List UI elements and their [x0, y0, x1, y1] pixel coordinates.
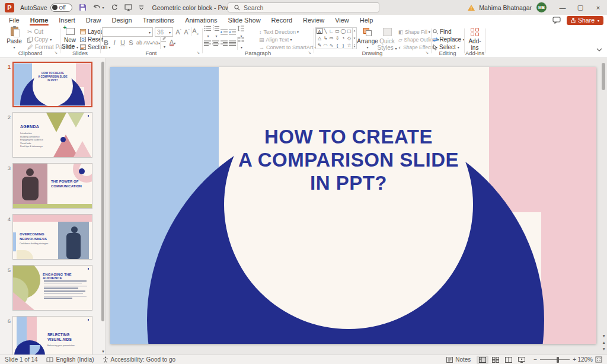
fit-to-window-icon[interactable] — [595, 356, 602, 363]
character-spacing-icon[interactable]: AV▾ — [143, 40, 152, 46]
slide-show-button[interactable] — [516, 356, 528, 364]
collapse-ribbon-icon[interactable] — [596, 48, 602, 52]
undo-dropdown-icon[interactable]: ▾ — [103, 5, 104, 9]
gallery-more-icon[interactable]: ▾ — [354, 44, 356, 48]
present-from-beginning-icon[interactable] — [124, 4, 132, 11]
pie-shape-icon[interactable]: ◔ — [340, 35, 346, 42]
copy-button[interactable]: Copy▾ — [27, 36, 52, 43]
underline-button[interactable]: U — [119, 39, 127, 46]
italic-button[interactable]: I — [110, 39, 119, 46]
tab-file[interactable]: File — [4, 15, 25, 25]
tab-slide-show[interactable]: Slide Show — [223, 15, 266, 25]
grow-font-icon[interactable]: Aˆ — [174, 28, 183, 36]
columns-icon[interactable]: ▾ — [237, 37, 245, 50]
right-arrow-icon[interactable]: ⇨ — [328, 35, 334, 42]
star-shape-icon[interactable]: ☆ — [346, 42, 352, 49]
slide-title-text[interactable]: HOW TO CREATE A COMPARISON SLIDE IN PPT? — [200, 125, 497, 194]
tab-insert[interactable]: Insert — [53, 15, 81, 25]
bold-button[interactable]: B — [102, 39, 110, 46]
increase-indent-icon[interactable] — [229, 29, 237, 35]
normal-view-button[interactable] — [477, 356, 488, 364]
rounded-rectangle-icon[interactable]: ▢ — [346, 28, 352, 35]
slide-cream-circle-shape[interactable] — [224, 80, 473, 329]
slide-indicator[interactable]: Slide 1 of 14 — [5, 356, 38, 363]
text-box-shape-icon[interactable]: A — [317, 28, 322, 34]
comments-icon[interactable] — [552, 17, 561, 24]
bullets-icon[interactable]: ▾ — [204, 25, 212, 39]
gallery-scroll-up-icon[interactable]: ▴ — [354, 28, 356, 32]
paste-button[interactable]: Paste ▾ — [4, 27, 25, 51]
arrow-elbow-icon[interactable]: ↳ — [322, 35, 328, 42]
redo-icon[interactable] — [111, 4, 118, 11]
oval-shape-icon[interactable]: ◯ — [340, 28, 346, 35]
reading-view-button[interactable] — [503, 356, 515, 364]
zoom-slider[interactable] — [540, 359, 570, 360]
curve-shape-icon[interactable]: ∿ — [328, 42, 334, 49]
align-right-icon[interactable] — [221, 40, 229, 46]
reset-button[interactable]: Reset — [80, 36, 103, 43]
paragraph-dialog-launcher-icon[interactable]: ↘ — [308, 50, 311, 55]
search-input[interactable]: Search — [228, 2, 379, 12]
tab-home[interactable]: Home — [25, 15, 54, 25]
align-center-icon[interactable] — [212, 40, 221, 46]
justify-icon[interactable] — [229, 40, 237, 46]
gallery-scroll-down-icon[interactable]: ▾ — [354, 36, 356, 40]
user-name[interactable]: Mahima Bhatnagar — [479, 4, 532, 11]
thumbnail-scroll-down-icon[interactable]: ▼ — [101, 350, 105, 353]
replace-button[interactable]: ⇄Replace▾ — [433, 36, 465, 43]
tab-transitions[interactable]: Transitions — [138, 15, 180, 25]
cut-button[interactable]: ✂Cut — [27, 28, 43, 36]
arrange-button[interactable]: Arrange ▾ — [358, 27, 377, 51]
triangle-shape-icon[interactable]: △ — [317, 35, 322, 42]
align-left-icon[interactable] — [204, 40, 212, 46]
thumbnail-slide-6[interactable]: SELECTING VISUAL AIDS Enhancing your pre… — [12, 316, 92, 355]
tab-help[interactable]: Help — [354, 15, 379, 25]
canvas-scrollbar[interactable] — [602, 63, 605, 90]
customize-qat-icon[interactable] — [139, 5, 144, 10]
strike-ab-icon[interactable]: ab — [135, 40, 143, 46]
diamond-shape-icon[interactable]: ◇ — [346, 35, 352, 42]
close-button[interactable]: × — [589, 0, 607, 15]
thumbnail-slide-4[interactable]: OVERCOMING NERVOUSNESS Confidence-buildi… — [12, 214, 92, 260]
tab-design[interactable]: Design — [106, 15, 137, 25]
avatar[interactable]: MB — [536, 2, 547, 12]
zoom-slider-thumb[interactable] — [557, 357, 559, 363]
arc-shape-icon[interactable]: ◠ — [322, 42, 328, 49]
new-slide-button[interactable]: New Slide ▾ — [60, 27, 79, 51]
next-slide-icon[interactable]: ▼ — [602, 346, 606, 352]
slide-editing-area[interactable]: HOW TO CREATE A COMPARISON SLIDE IN PPT? — [110, 67, 596, 344]
save-icon[interactable] — [79, 4, 87, 11]
language-selector[interactable]: English (India) — [46, 356, 94, 363]
rectangle-shape-icon[interactable]: ▭ — [334, 28, 340, 35]
thumbnail-slide-1[interactable]: HOW TO CREATE A COMPARISON SLIDE IN PPT? — [12, 62, 92, 107]
font-name-select[interactable]: ▾ — [102, 27, 153, 37]
thumbnail-slide-3[interactable]: THE POWER OF COMMUNICATION — [12, 163, 92, 209]
tab-review[interactable]: Review — [298, 15, 330, 25]
change-case-icon[interactable]: Aa▾ — [152, 40, 160, 46]
down-arrow-icon[interactable]: ⇩ — [334, 35, 340, 42]
elbow-connector-icon[interactable]: ∟ — [328, 28, 334, 35]
thumbnail-slide-5[interactable]: ENGAGING THE AUDIENCE — [12, 265, 92, 311]
scroll-down-icon[interactable]: ▼ — [602, 333, 606, 339]
minimize-button[interactable]: — — [554, 0, 571, 15]
shape-fill-button[interactable]: ◧Shape Fill▾ — [398, 28, 430, 36]
clear-formatting-icon[interactable]: Ax — [191, 27, 199, 36]
line-shape-icon[interactable]: ╲ — [322, 28, 328, 35]
font-dialog-launcher-icon[interactable]: ↘ — [196, 50, 200, 55]
quick-styles-button[interactable]: Quick Styles ▾ — [377, 27, 397, 52]
share-button[interactable]: Share ▾ — [567, 16, 603, 25]
tab-view[interactable]: View — [330, 15, 354, 25]
shrink-font-icon[interactable]: Aˇ — [183, 28, 191, 36]
zoom-out-icon[interactable]: − — [533, 356, 537, 363]
highlight-color-icon[interactable]: ▾ — [160, 36, 168, 49]
notes-button[interactable]: Notes — [446, 356, 471, 363]
strikethrough-button[interactable]: S — [127, 39, 135, 46]
numbering-icon[interactable]: ▾ — [212, 25, 221, 39]
clipboard-dialog-launcher-icon[interactable]: ↘ — [54, 50, 57, 55]
text-direction-button[interactable]: ↕Text Direction▾ — [259, 28, 299, 36]
decrease-indent-icon[interactable] — [221, 29, 229, 35]
left-brace-icon[interactable]: { — [334, 42, 340, 49]
powerpoint-logo-icon[interactable]: P — [5, 3, 14, 12]
right-brace-icon[interactable]: } — [340, 42, 346, 49]
tab-record[interactable]: Record — [266, 15, 298, 25]
